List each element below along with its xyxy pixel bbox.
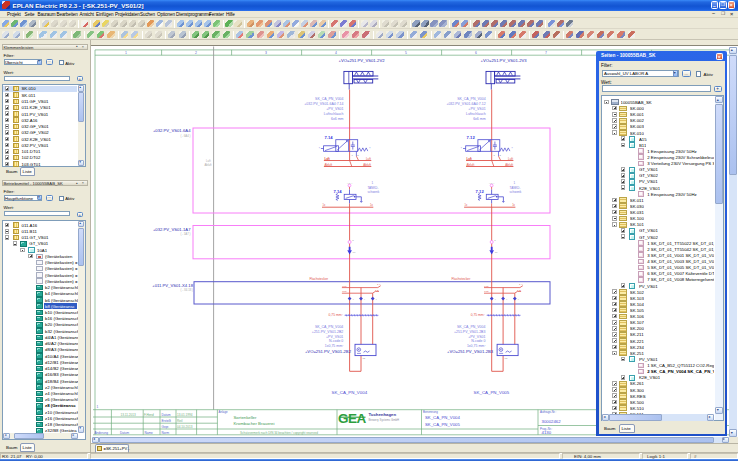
svg-text:1x0,75 mm²: 1x0,75 mm² [467, 344, 486, 348]
svg-text:+VO=251.PV_VS01-2V3: +VO=251.PV_VS01-2V3 [481, 58, 528, 63]
svg-text:N-code 0: N-code 0 [329, 339, 343, 343]
svg-text:Luft: Luft [206, 159, 211, 163]
svg-text:3: 3 [499, 154, 501, 157]
svg-text:0,75 mm²: 0,75 mm² [471, 313, 486, 317]
svg-text:SK_CA_PN_V005: SK_CA_PN_V005 [474, 390, 510, 395]
svg-text:7.14: 7.14 [325, 135, 334, 140]
svg-text:Luft: Luft [325, 157, 330, 161]
svg-text:+PV_VS01: +PV_VS01 [468, 107, 485, 111]
svg-text:Datum: Datum [162, 413, 172, 417]
svg-text:schwenk: schwenk [510, 190, 522, 194]
svg-text:Abluft: Abluft [467, 163, 475, 167]
svg-text:SK_CA_PN_V004: SK_CA_PN_V004 [331, 390, 367, 395]
svg-text:4: 4 [495, 298, 497, 300]
svg-text:0,75 mm²: 0,75 mm² [329, 313, 344, 317]
svg-text:4: 4 [335, 51, 337, 55]
svg-text:( - 1A7 ): ( - 1A7 ) [180, 232, 190, 236]
svg-text:1.2: 1.2 [517, 289, 521, 292]
svg-text:Brewery Systems GmbH: Brewery Systems GmbH [369, 418, 400, 422]
svg-text:Reil: Reil [177, 419, 183, 423]
svg-text:18: 18 [495, 251, 498, 254]
svg-text:Luft: Luft [342, 290, 346, 293]
svg-text:Luft: Luft [342, 285, 346, 288]
svg-text:GEA: GEA [338, 411, 367, 426]
svg-text:4130: 4130 [542, 430, 552, 435]
svg-text:TANKD-: TANKD- [510, 186, 521, 190]
svg-text:Luft: Luft [508, 157, 513, 161]
svg-text:4: 4 [518, 298, 520, 300]
svg-text:7.12: 7.12 [467, 135, 476, 140]
svg-text:+PV_VS01: +PV_VS01 [326, 335, 343, 339]
svg-text:+VO=251.PV_VS01-2V2: +VO=251.PV_VS01-2V2 [338, 58, 385, 63]
svg-text:SK_CA_PN_V004: SK_CA_PN_V004 [315, 325, 343, 329]
svg-text:+VO=251.PV_VS01-2B3: +VO=251.PV_VS01-2B3 [447, 349, 494, 354]
svg-text:1.4: 1.4 [377, 283, 381, 286]
svg-text:Anlage: Anlage [219, 410, 228, 414]
svg-text:+PV_VS01: +PV_VS01 [326, 107, 343, 111]
svg-text:4 Di x: 4 Di x [347, 182, 353, 184]
svg-text:3: 3 [494, 239, 496, 242]
svg-text:4: 4 [506, 298, 508, 300]
svg-text:*: * [319, 147, 321, 151]
svg-text:Luftschlauch: Luftschlauch [324, 112, 344, 116]
svg-text:Tuchenhagen: Tuchenhagen [369, 412, 397, 417]
svg-text:Name: Name [145, 431, 154, 435]
svg-text:Schutzvermerk nach DIN 34 beac: Schutzvermerk nach DIN 34 beachten / cop… [240, 431, 318, 435]
svg-text:+251.PV_VS01-2B3: +251.PV_VS01-2B3 [454, 330, 485, 334]
svg-text:SK_CA_PN_V004: SK_CA_PN_V004 [457, 325, 485, 329]
svg-text:1: 1 [125, 51, 127, 55]
svg-text:7: 7 [545, 51, 547, 55]
svg-text:+PV_VS01: +PV_VS01 [468, 335, 485, 339]
svg-text:Datum: Datum [120, 431, 130, 435]
svg-text:6: 6 [475, 51, 477, 55]
svg-text:( - 6A4 ): ( - 6A4 ) [180, 134, 190, 138]
svg-text:Abluft: Abluft [325, 163, 333, 167]
svg-text:Abluft: Abluft [363, 163, 371, 167]
svg-text:Gepr.: Gepr. [162, 425, 170, 429]
svg-text:Luft: Luft [467, 157, 472, 161]
svg-text:a2: a2 [363, 357, 366, 360]
svg-text:13.11.2013: 13.11.2013 [121, 413, 137, 417]
svg-text:+032.PV_VS01-6A4:7.12: +032.PV_VS01-6A4:7.12 [446, 102, 485, 106]
svg-text:Luft: Luft [484, 285, 488, 288]
svg-text:2: 2 [195, 51, 197, 55]
svg-text:7.14: 7.14 [334, 189, 343, 194]
svg-text:1: 1 [97, 405, 99, 409]
svg-text:4: 4 [364, 298, 366, 300]
svg-text:6x6 mm: 6x6 mm [473, 117, 486, 121]
svg-text:Erstellt: Erstellt [162, 419, 172, 423]
svg-text:Sortenkeller: Sortenkeller [234, 415, 257, 420]
svg-text:6x6 mm: 6x6 mm [331, 117, 344, 121]
svg-text:30002462: 30002462 [542, 419, 562, 424]
svg-text:Luft: Luft [366, 157, 371, 161]
svg-text:3: 3 [357, 154, 359, 157]
svg-text:3: 3 [352, 239, 354, 242]
svg-text:Norm: Norm [162, 431, 170, 435]
svg-text:Auftrags-Nr.:: Auftrags-Nr.: [540, 410, 556, 414]
svg-text:18: 18 [353, 251, 356, 254]
svg-text:5: 5 [405, 51, 407, 55]
svg-text:7.12: 7.12 [476, 189, 485, 194]
svg-text:1x0,75 mm²: 1x0,75 mm² [325, 344, 344, 348]
svg-text:*: * [511, 147, 513, 151]
svg-text:SK_CA_PN_V005: SK_CA_PN_V005 [425, 422, 460, 427]
svg-text:1.4: 1.4 [519, 283, 523, 286]
svg-text:*: * [461, 147, 463, 151]
svg-text:+251.PV_VS01-2B2: +251.PV_VS01-2B2 [312, 330, 343, 334]
svg-text:Luftschlauch: Luftschlauch [466, 112, 486, 116]
svg-text:TANKD-: TANKD- [368, 186, 379, 190]
svg-text:Abluft: Abluft [205, 163, 212, 167]
svg-text:*: * [369, 147, 371, 151]
svg-text:Krombacher Brauerei: Krombacher Brauerei [234, 421, 275, 426]
svg-text:N-code 0: N-code 0 [471, 339, 485, 343]
svg-text:SK_CA_PN_V004: SK_CA_PN_V004 [457, 97, 485, 101]
svg-text:1: 1 [494, 154, 496, 157]
svg-text:SK_CA_PN_V004: SK_CA_PN_V004 [315, 97, 343, 101]
svg-text:Flachstecker: Flachstecker [309, 277, 329, 281]
svg-text:1: 1 [372, 181, 374, 185]
svg-text:Änderung: Änderung [95, 431, 109, 435]
svg-text:SK_CA_PN_V004: SK_CA_PN_V004 [425, 415, 460, 420]
svg-text:4: 4 [376, 298, 378, 300]
svg-text:1: 1 [514, 181, 516, 185]
svg-text:4 Di x: 4 Di x [489, 182, 495, 184]
